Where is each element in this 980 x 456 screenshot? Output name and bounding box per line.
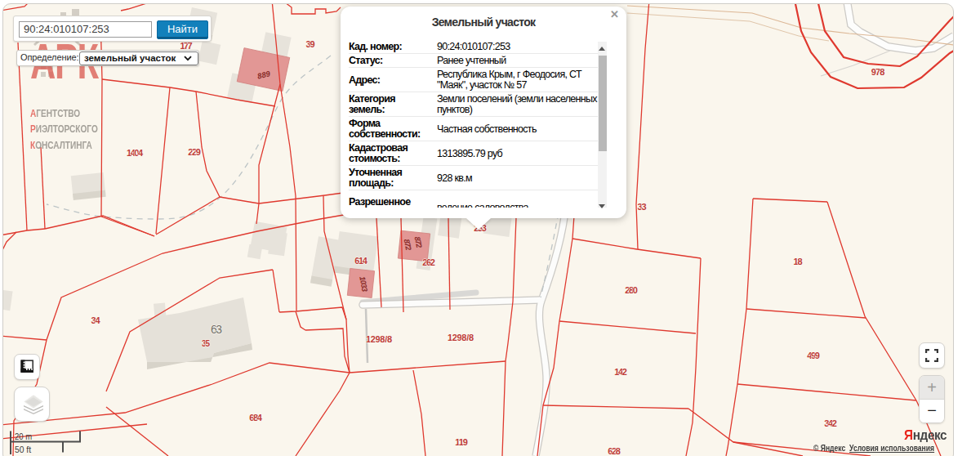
svg-text:978: 978 xyxy=(871,67,885,77)
svg-text:18: 18 xyxy=(794,257,803,266)
svg-text:35: 35 xyxy=(202,339,210,348)
svg-text:684: 684 xyxy=(249,413,262,422)
svg-text:614: 614 xyxy=(354,256,368,266)
svg-text:63: 63 xyxy=(211,323,222,336)
svg-text:20 m: 20 m xyxy=(15,432,32,441)
svg-text:1298/8: 1298/8 xyxy=(366,334,392,344)
svg-text:33: 33 xyxy=(638,202,647,212)
svg-text:50 ft: 50 ft xyxy=(15,445,31,454)
svg-text:628: 628 xyxy=(608,446,621,456)
svg-text:1298/8: 1298/8 xyxy=(448,333,474,342)
svg-text:229: 229 xyxy=(188,147,201,157)
svg-text:39: 39 xyxy=(306,39,315,49)
svg-text:280: 280 xyxy=(625,285,638,295)
svg-text:1404: 1404 xyxy=(127,148,144,158)
svg-text:34: 34 xyxy=(91,315,101,325)
svg-text:262: 262 xyxy=(422,257,435,267)
svg-text:342: 342 xyxy=(824,418,837,428)
svg-text:499: 499 xyxy=(807,351,820,360)
svg-text:142: 142 xyxy=(614,367,627,377)
svg-text:119: 119 xyxy=(455,437,468,447)
